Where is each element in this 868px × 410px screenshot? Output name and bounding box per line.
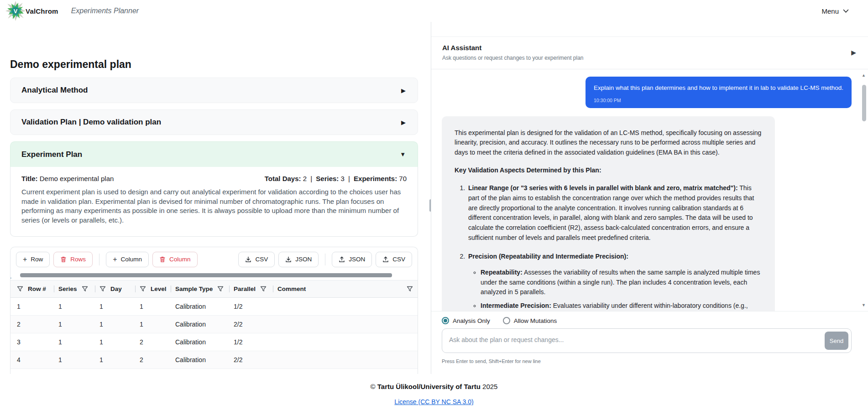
scroll-up-icon[interactable]: ▲ bbox=[862, 73, 866, 78]
download-json-button[interactable]: JSON bbox=[278, 252, 319, 267]
cell-day[interactable]: 1 bbox=[95, 368, 135, 374]
chat-input[interactable] bbox=[442, 328, 852, 353]
chevron-right-icon[interactable]: ▶ bbox=[401, 119, 406, 126]
chevron-right-icon[interactable]: ▶ bbox=[401, 87, 406, 94]
col-header-series[interactable]: Series bbox=[54, 280, 95, 297]
horizontal-scrollbar[interactable]: ◄ ► bbox=[14, 272, 413, 278]
cell-level[interactable]: 1 bbox=[135, 297, 171, 315]
cell-sample-type[interactable]: Calibration bbox=[171, 297, 229, 315]
radio-selected-icon[interactable] bbox=[442, 317, 449, 324]
cell-comment[interactable] bbox=[273, 315, 418, 333]
filter-icon[interactable] bbox=[82, 286, 88, 292]
accordion-analytical-method[interactable]: Analytical Method ▶ bbox=[10, 78, 418, 103]
cell-series[interactable]: 1 bbox=[54, 351, 95, 368]
cell-day[interactable]: 1 bbox=[95, 297, 135, 315]
col-header-comment[interactable]: Comment bbox=[273, 280, 418, 297]
cell-day[interactable]: 1 bbox=[95, 333, 135, 351]
table-row[interactable]: 1 1 1 1 Calibration 1/2 bbox=[10, 297, 418, 315]
user-message-timestamp: 10:30:00 PM bbox=[594, 98, 843, 103]
filter-icon[interactable] bbox=[407, 286, 413, 292]
cell-row-number[interactable]: 3 bbox=[10, 333, 54, 351]
send-button[interactable]: Send bbox=[825, 332, 848, 350]
accordion-label: Experiment Plan bbox=[21, 150, 82, 159]
cell-comment[interactable] bbox=[273, 368, 418, 374]
cell-comment[interactable] bbox=[273, 333, 418, 351]
accordion-experiment-plan[interactable]: Experiment Plan ▼ bbox=[10, 141, 418, 167]
mode-selector: Analysis Only Allow Mutations bbox=[442, 317, 852, 324]
cell-parallel[interactable]: 1/2 bbox=[229, 297, 273, 315]
analysis-only-option[interactable]: Analysis Only bbox=[442, 317, 490, 324]
cell-comment[interactable] bbox=[273, 297, 418, 315]
filter-icon[interactable] bbox=[99, 286, 106, 292]
cell-sample-type[interactable]: Calibration bbox=[171, 315, 229, 333]
cell-series[interactable]: 1 bbox=[54, 368, 95, 374]
experiment-plan-body: Title: Demo experimental plan Total Days… bbox=[10, 167, 418, 237]
filter-icon[interactable] bbox=[17, 286, 23, 292]
add-row-button[interactable]: + Row bbox=[16, 252, 50, 267]
cell-parallel[interactable]: 2/2 bbox=[229, 315, 273, 333]
plus-icon: + bbox=[113, 256, 117, 263]
allow-mutations-option[interactable]: Allow Mutations bbox=[503, 317, 557, 324]
cell-level[interactable]: 1 bbox=[135, 315, 171, 333]
cell-row-number[interactable]: 2 bbox=[10, 315, 54, 333]
chat-scrollbar[interactable]: ▲ ▼ bbox=[861, 73, 867, 307]
upload-json-button[interactable]: JSON bbox=[332, 252, 372, 267]
sublist-item-lead: Repeatability: bbox=[481, 269, 523, 276]
top-bar: V ValChrom Experiments Planner Menu bbox=[0, 0, 868, 22]
col-header-sample-type[interactable]: Sample Type bbox=[171, 280, 229, 297]
cell-comment[interactable] bbox=[273, 351, 418, 368]
scroll-down-icon[interactable]: ▼ bbox=[862, 303, 866, 307]
delete-rows-button[interactable]: Rows bbox=[53, 252, 93, 267]
col-header-row-number[interactable]: Row # bbox=[10, 280, 54, 297]
cell-level[interactable]: 2 bbox=[135, 351, 171, 368]
cell-day[interactable]: 1 bbox=[95, 351, 135, 368]
table-row[interactable]: 2 1 1 1 Calibration 2/2 bbox=[10, 315, 418, 333]
cell-parallel[interactable]: 2/2 bbox=[229, 351, 273, 368]
cell-sample-type[interactable]: Calibration bbox=[171, 368, 229, 374]
table-row[interactable]: 3 1 1 2 Calibration 1/2 bbox=[10, 333, 418, 351]
upload-csv-button[interactable]: CSV bbox=[376, 252, 412, 267]
horizontal-scrollbar-thumb[interactable] bbox=[20, 273, 392, 277]
cell-row-number[interactable]: 4 bbox=[10, 351, 54, 368]
accordion-label: Analytical Method bbox=[21, 86, 88, 95]
cell-parallel[interactable]: 1/2 bbox=[229, 368, 273, 374]
col-header-level[interactable]: Level bbox=[135, 280, 171, 297]
chat-scrollbar-thumb[interactable] bbox=[862, 85, 866, 121]
table-row[interactable]: 4 1 1 2 Calibration 2/2 bbox=[10, 351, 418, 368]
cell-row-number[interactable]: 1 bbox=[10, 297, 54, 315]
cell-series[interactable]: 1 bbox=[54, 315, 95, 333]
license-link[interactable]: License (CC BY NC SA 3.0) bbox=[394, 398, 473, 405]
panel-collapse-icon[interactable]: ▶ bbox=[851, 49, 856, 56]
cell-day[interactable]: 1 bbox=[95, 315, 135, 333]
stat-value: 70 bbox=[399, 175, 407, 182]
accordion-label: Validation Plan | Demo validation plan bbox=[21, 118, 161, 127]
col-header-parallel[interactable]: Parallel bbox=[229, 280, 273, 297]
menu-button[interactable]: Menu bbox=[821, 7, 849, 15]
main-area: Demo experimental plan Analytical Method… bbox=[0, 22, 868, 374]
delete-column-button[interactable]: Column bbox=[152, 252, 198, 267]
filter-icon[interactable] bbox=[140, 286, 146, 292]
filter-icon[interactable] bbox=[260, 286, 267, 292]
button-label: CSV bbox=[255, 256, 268, 263]
chevron-down-icon[interactable]: ▼ bbox=[400, 151, 406, 158]
table-row[interactable]: 5 1 1 3 Calibration 1/2 bbox=[10, 368, 418, 374]
cell-level[interactable]: 3 bbox=[135, 368, 171, 374]
add-column-button[interactable]: + Column bbox=[106, 252, 149, 267]
button-label: Row bbox=[31, 256, 43, 263]
col-header-day[interactable]: Day bbox=[95, 280, 135, 297]
cell-sample-type[interactable]: Calibration bbox=[171, 351, 229, 368]
download-icon bbox=[245, 256, 251, 263]
cell-series[interactable]: 1 bbox=[54, 333, 95, 351]
download-csv-button[interactable]: CSV bbox=[238, 252, 275, 267]
cell-row-number[interactable]: 5 bbox=[10, 368, 54, 374]
filter-icon[interactable] bbox=[217, 286, 224, 292]
cell-parallel[interactable]: 1/2 bbox=[229, 333, 273, 351]
scroll-right-icon[interactable]: ► bbox=[10, 276, 12, 280]
accordion-validation-plan[interactable]: Validation Plan | Demo validation plan ▶ bbox=[10, 109, 418, 135]
radio-unselected-icon[interactable] bbox=[503, 317, 510, 324]
cell-level[interactable]: 2 bbox=[135, 333, 171, 351]
stat-value: 2 bbox=[303, 175, 307, 182]
cell-series[interactable]: 1 bbox=[54, 297, 95, 315]
page-footer: © Tartu Ülikool/University of Tartu 2025… bbox=[0, 374, 868, 410]
cell-sample-type[interactable]: Calibration bbox=[171, 333, 229, 351]
